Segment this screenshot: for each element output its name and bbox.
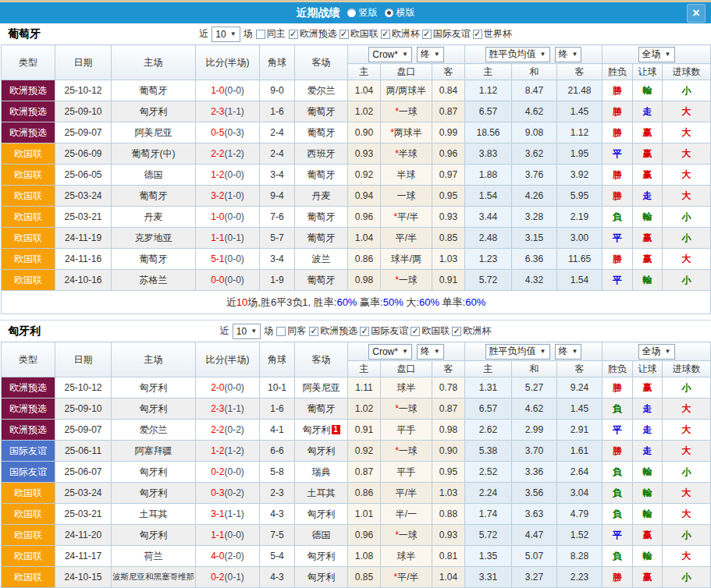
fulltime-score: 3-1 (211, 508, 224, 519)
home-team-cell[interactable]: 阿塞拜疆 (112, 441, 196, 462)
home-team-cell[interactable]: 匈牙利 (112, 525, 196, 546)
competition-checkbox[interactable]: 国际友谊 (422, 27, 471, 41)
crow-final-dropdown[interactable]: 终▼ (417, 47, 444, 62)
home-team-cell[interactable]: 葡萄牙 (112, 80, 196, 101)
avg-final-dropdown[interactable]: 终▼ (555, 344, 582, 360)
home-team-cell[interactable]: 葡萄牙 (112, 249, 196, 270)
away-team-cell[interactable]: 葡萄牙 (295, 101, 348, 122)
competition-checkbox[interactable]: 欧洲杯 (381, 27, 420, 41)
home-team-cell[interactable]: 荷兰 (112, 546, 196, 567)
crow-final-dropdown[interactable]: 终▼ (417, 344, 444, 360)
away-team-cell[interactable]: 丹麦 (295, 186, 348, 207)
popup-title: 近期战绩 (297, 6, 340, 20)
competition-checkbox[interactable]: 国际友谊 (360, 324, 408, 338)
chevron-down-icon: ▼ (434, 51, 440, 58)
chevron-down-icon: ▼ (540, 348, 546, 355)
chevron-down-icon: ▼ (665, 348, 671, 355)
handicap-cell: *半球 (381, 143, 432, 165)
home-team-cell[interactable]: 克罗地亚 (112, 228, 196, 249)
competition-checkbox[interactable]: 欧国联 (411, 324, 450, 338)
away-odds-cell: 0.95 (432, 462, 465, 483)
away-team-cell[interactable]: 德国 (295, 525, 348, 546)
away-team-cell[interactable]: 西班牙 (295, 143, 348, 165)
win-lose-result-cell: 勝 (603, 567, 633, 588)
away-team-cell[interactable]: 葡萄牙 (295, 228, 348, 249)
competition-checkbox[interactable]: 欧国联 (340, 27, 379, 41)
avg-dropdown[interactable]: 胜平负均值▼ (485, 47, 550, 62)
away-team-cell[interactable]: 葡萄牙 (295, 398, 348, 420)
home-team-cell[interactable]: 葡萄牙 (112, 186, 196, 207)
match-count-select[interactable]: 10▼ (212, 27, 240, 42)
checkbox-icon (309, 327, 318, 336)
header-home: 主场 (112, 342, 196, 377)
home-team-cell[interactable]: 爱尔兰 (112, 420, 196, 441)
fulltime-score: 5-1 (211, 253, 224, 264)
away-team-cell[interactable]: 匈牙利 (295, 441, 348, 462)
match-count-select[interactable]: 10▼ (233, 324, 261, 339)
home-team-cell[interactable]: 丹麦 (112, 207, 196, 228)
home-team-cell[interactable]: 匈牙利 (112, 398, 196, 420)
avg-lose-odds-cell: 21.48 (557, 80, 603, 101)
avg-win-odds-cell: 2.24 (465, 483, 512, 504)
radio-vertical-layout[interactable]: 竖版 (347, 6, 378, 19)
handicap-cell: 平手 (381, 420, 432, 441)
radio-horizontal-layout[interactable]: 横版 (385, 6, 415, 19)
table-row: 欧洲预选 25-10-12 葡萄牙 1-0(0-0) 9-0 爱尔兰 1.04 … (2, 80, 711, 101)
competition-type-cell: 国际友谊 (2, 462, 55, 483)
close-button[interactable]: × (687, 4, 706, 23)
away-team-cell[interactable]: 匈牙利 (295, 567, 348, 588)
checkbox-label: 世界杯 (484, 27, 512, 41)
competition-type-cell: 欧国联 (2, 165, 55, 186)
home-team-cell[interactable]: 葡萄牙(中) (112, 143, 196, 165)
asterisk-marker: * (395, 445, 399, 456)
away-team-cell[interactable]: 匈牙利 (295, 546, 348, 567)
home-team-cell[interactable]: 苏格兰 (112, 270, 196, 291)
score-cell: 1-2(1-2) (196, 441, 260, 462)
avg-dropdown[interactable]: 胜平负均值▼ (485, 344, 550, 360)
away-team-cell[interactable]: 瑞典 (295, 462, 348, 483)
same-venue-checkbox[interactable]: 同客 (276, 324, 306, 338)
score-cell: 3-1(1-1) (196, 504, 260, 525)
home-odds-cell: 0.92 (348, 165, 381, 186)
away-team-cell[interactable]: 匈牙利1 (295, 420, 348, 441)
section-header: 葡萄牙 近 10▼ 场 同主 欧洲预选欧国联欧洲杯国际友谊世界杯 (0, 23, 711, 44)
home-team-cell[interactable]: 德国 (112, 165, 196, 186)
avg-final-dropdown[interactable]: 终▼ (555, 47, 582, 62)
away-team-cell[interactable]: 土耳其 (295, 483, 348, 504)
corner-cell: 6-6 (260, 441, 295, 462)
home-team-cell[interactable]: 匈牙利 (112, 483, 196, 504)
halftime-score: (1-1) (225, 403, 244, 414)
away-team-cell[interactable]: 葡萄牙 (295, 207, 348, 228)
table-row: 欧洲预选 25-10-12 匈牙利 2-0(0-0) 10-1 阿美尼亚 1.1… (2, 377, 711, 398)
table-row: 欧国联 25-06-05 德国 1-2(0-0) 3-4 葡萄牙 0.92 半球… (2, 165, 711, 186)
competition-checkbox[interactable]: 欧洲预选 (289, 27, 337, 41)
home-team-cell[interactable]: 匈牙利 (112, 462, 196, 483)
away-team-cell[interactable]: 波兰 (295, 249, 348, 270)
handicap-result-cell: 輸 (633, 270, 663, 291)
checkbox-label: 同客 (287, 324, 306, 338)
away-team-cell[interactable]: 爱尔兰 (295, 80, 348, 101)
checkbox-label: 国际友谊 (371, 324, 408, 338)
home-team-cell[interactable]: 阿美尼亚 (112, 122, 196, 143)
same-venue-checkbox[interactable]: 同主 (256, 27, 286, 41)
crow-odds-dropdown[interactable]: Crow*▼ (368, 47, 412, 62)
home-team-cell[interactable]: 土耳其 (112, 504, 196, 525)
scope-dropdown[interactable]: 全场▼ (638, 47, 675, 62)
win-lose-result-cell: 勝 (603, 377, 633, 398)
competition-checkbox[interactable]: 世界杯 (473, 27, 512, 41)
away-team-cell[interactable]: 葡萄牙 (295, 270, 348, 291)
away-team-cell[interactable]: 葡萄牙 (295, 165, 348, 186)
crow-odds-dropdown[interactable]: Crow*▼ (368, 344, 412, 360)
away-team-cell[interactable]: 阿美尼亚 (295, 377, 348, 398)
scope-dropdown[interactable]: 全场▼ (638, 344, 675, 360)
home-team-cell[interactable]: 波斯尼亚和黑塞哥维那 (112, 567, 196, 588)
competition-checkbox[interactable]: 欧洲杯 (452, 324, 491, 338)
filter-bar: 近 10▼ 场 同主 欧洲预选欧国联欧洲杯国际友谊世界杯 (199, 27, 511, 42)
home-team-cell[interactable]: 匈牙利 (112, 377, 196, 398)
competition-checkbox[interactable]: 欧洲预选 (309, 324, 357, 338)
header-type: 类型 (2, 45, 55, 80)
away-team-cell[interactable]: 葡萄牙 (295, 122, 348, 143)
home-team-cell[interactable]: 匈牙利 (112, 101, 196, 122)
away-team-cell[interactable]: 匈牙利 (295, 504, 348, 525)
handicap-cell: 平/半 (381, 483, 432, 504)
